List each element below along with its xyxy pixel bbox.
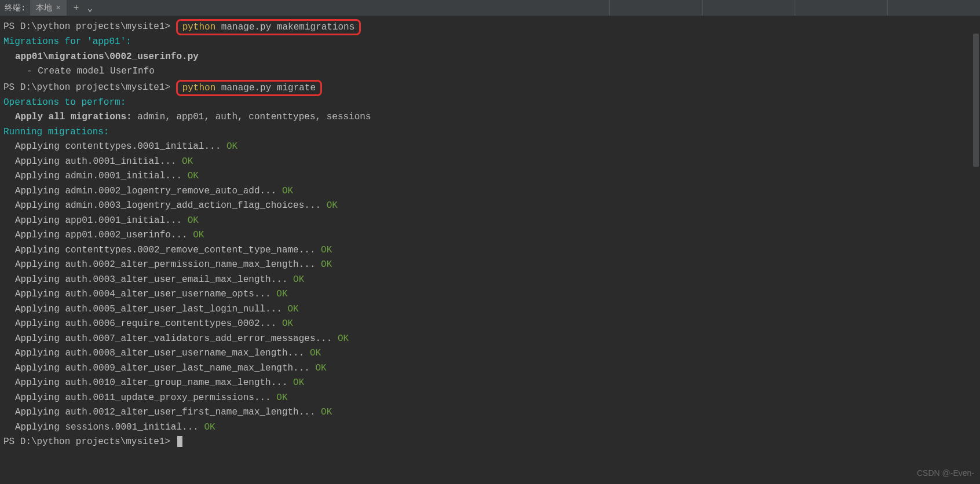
terminal-tab-bar: 终端: 本地 × + ⌄ — [0, 0, 980, 16]
highlighted-command: python manage.py migrate — [176, 80, 322, 96]
cwd: D:\python projects\mysite1 — [20, 437, 165, 447]
applying-label: Applying — [15, 274, 65, 285]
migration-op: - Create model UserInfo — [3, 64, 977, 79]
dots: ... — [171, 230, 193, 240]
dots: ... — [304, 200, 326, 211]
applying-label: Applying — [15, 422, 65, 432]
applying-label: Applying — [15, 377, 65, 388]
migration-name: auth.0003_alter_user_email_max_length — [65, 274, 270, 285]
status-ok: OK — [188, 171, 199, 181]
terminal-label: 终端: — [0, 0, 30, 16]
migration-name: auth.0012_alter_user_first_name_max_leng… — [65, 407, 298, 417]
tab-dropdown-button[interactable]: ⌄ — [87, 2, 93, 14]
migration-name: app01.0001_initial — [65, 215, 165, 226]
applying-label: Applying — [15, 230, 65, 240]
migration-name: sessions.0001_initial — [65, 422, 182, 432]
applying-label: Applying — [15, 333, 65, 344]
status-ok: OK — [293, 274, 304, 285]
status-ok: OK — [293, 377, 304, 388]
tabbar-segment — [702, 0, 795, 16]
migration-name: auth.0010_alter_group_name_max_length — [65, 377, 270, 388]
migration-name: auth.0006_require_contenttypes_0002 — [65, 318, 259, 329]
migration-row: Applying auth.0005_alter_user_last_login… — [3, 302, 977, 317]
dots: ... — [204, 141, 226, 152]
applying-label: Applying — [15, 348, 65, 358]
migration-row: Applying auth.0009_alter_user_last_name_… — [3, 361, 977, 376]
dots: ... — [254, 289, 276, 299]
ps-prefix: PS — [3, 82, 20, 93]
dots: ... — [160, 156, 182, 167]
migration-row: Applying auth.0010_alter_group_name_max_… — [3, 376, 977, 391]
dots: ... — [165, 215, 187, 226]
terminal-tab-local[interactable]: 本地 × — [30, 0, 66, 16]
migration-row: Applying auth.0006_require_contenttypes_… — [3, 317, 977, 332]
migration-row: Applying contenttypes.0002_remove_conten… — [3, 243, 977, 258]
status-ok: OK — [316, 363, 327, 373]
dots: ... — [299, 407, 321, 417]
dots: ... — [259, 186, 281, 196]
migration-row: Applying auth.0008_alter_user_username_m… — [3, 346, 977, 361]
applying-label: Applying — [15, 407, 65, 417]
migration-list: Applying contenttypes.0001_initial... OK… — [3, 140, 977, 435]
migration-row: Applying auth.0012_alter_user_first_name… — [3, 405, 977, 420]
migration-row: Applying app01.0002_userinfo... OK — [3, 228, 977, 243]
scrollbar-thumb[interactable] — [973, 34, 979, 167]
applying-label: Applying — [15, 186, 65, 196]
migration-name: auth.0002_alter_permission_name_max_leng… — [65, 259, 298, 270]
dots: ... — [287, 348, 309, 358]
ps-prefix: PS — [3, 437, 20, 447]
cwd: D:\python projects\mysite1 — [20, 21, 165, 32]
tab-actions: + ⌄ — [67, 0, 100, 16]
applying-label: Applying — [15, 289, 65, 299]
migration-row: Applying auth.0004_alter_user_username_o… — [3, 287, 977, 302]
applying-label: Applying — [15, 245, 65, 255]
apply-all: Apply all migrations: admin, app01, auth… — [3, 110, 977, 125]
status-ok: OK — [327, 200, 338, 211]
applying-label: Applying — [15, 156, 65, 167]
migration-name: admin.0003_logentry_add_action_flag_choi… — [65, 200, 304, 211]
applying-label: Applying — [15, 318, 65, 329]
status-ok: OK — [310, 348, 321, 358]
dots: ... — [299, 245, 321, 255]
status-ok: OK — [204, 422, 215, 432]
migration-name: auth.0004_alter_user_username_opts — [65, 289, 254, 299]
prompt-line: PS D:\python projects\mysite1> python ma… — [3, 79, 977, 96]
migration-name: contenttypes.0002_remove_content_type_na… — [65, 245, 298, 255]
dots: ... — [271, 377, 293, 388]
close-icon[interactable]: × — [56, 4, 60, 12]
status-ok: OK — [182, 156, 193, 167]
applying-label: Applying — [15, 393, 65, 403]
migration-name: contenttypes.0001_initial — [65, 141, 204, 152]
new-tab-button[interactable]: + — [74, 3, 79, 13]
status-ok: OK — [188, 215, 199, 226]
dots: ... — [265, 304, 287, 314]
status-ok: OK — [321, 245, 332, 255]
cmd-args: manage.py makemigrations — [215, 22, 354, 32]
running-header: Running migrations: — [3, 125, 977, 140]
migration-row: Applying auth.0011_update_proxy_permissi… — [3, 391, 977, 406]
terminal-output[interactable]: PS D:\python projects\mysite1> python ma… — [0, 16, 980, 484]
prompt-gt: > — [164, 21, 175, 32]
status-ok: OK — [321, 259, 332, 270]
migration-row: Applying contenttypes.0001_initial... OK — [3, 140, 977, 155]
status-ok: OK — [193, 230, 204, 240]
dots: ... — [182, 422, 204, 432]
status-ok: OK — [226, 141, 237, 152]
migration-name: app01.0002_userinfo — [65, 230, 170, 240]
status-ok: OK — [338, 333, 349, 344]
migration-name: auth.0011_update_proxy_permissions — [65, 393, 254, 403]
ps-prefix: PS — [3, 21, 20, 32]
migration-name: auth.0005_alter_user_last_login_null — [65, 304, 265, 314]
applying-label: Applying — [15, 259, 65, 270]
applying-label: Applying — [15, 141, 65, 152]
applying-label: Applying — [15, 304, 65, 314]
tabbar-segment — [887, 0, 980, 16]
tabbar-segment — [609, 0, 702, 16]
dots: ... — [299, 259, 321, 270]
cmd-python: python — [182, 22, 216, 32]
operations-header: Operations to perform: — [3, 96, 977, 111]
dots: ... — [316, 333, 338, 344]
status-ok: OK — [282, 186, 293, 196]
dots: ... — [165, 171, 187, 181]
migration-row: Applying admin.0001_initial... OK — [3, 169, 977, 184]
